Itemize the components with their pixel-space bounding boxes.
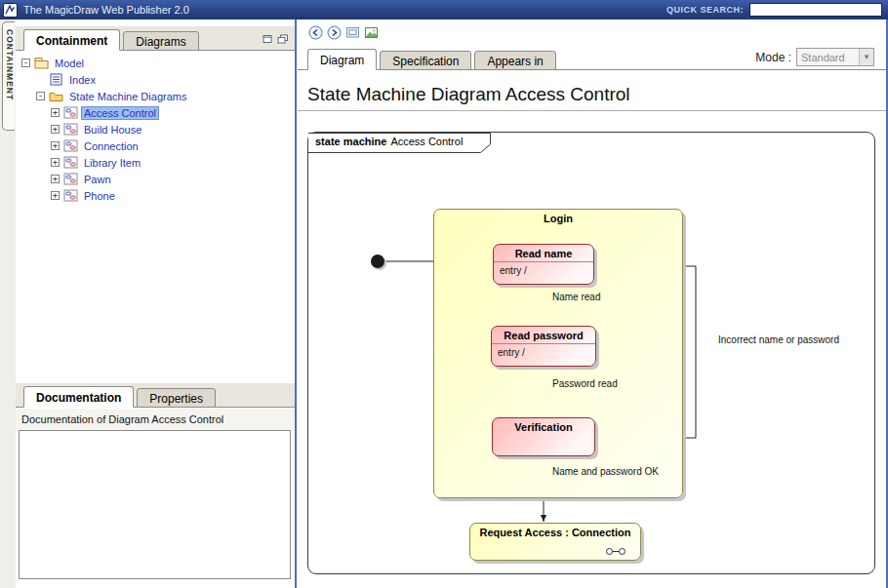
tree-item-connection[interactable]: + Connection [16, 137, 295, 154]
transition-label-name-password-ok: Name and password OK [552, 466, 659, 477]
state-title: Login [434, 210, 682, 224]
quick-search-label: QUICK SEARCH: [666, 5, 744, 15]
export-image-icon[interactable] [364, 25, 379, 40]
tab-documentation[interactable]: Documentation [23, 386, 134, 408]
transition-label-password-read: Password read [552, 378, 618, 389]
state-title: Read name [494, 245, 593, 259]
state-entry-activity: entry / [492, 344, 595, 358]
tree-item-build-house[interactable]: + Build House [16, 121, 295, 137]
containment-vertical-tab[interactable]: CONTAINMENT [2, 21, 15, 131]
mode-selected-value: Standard [797, 52, 859, 63]
frame-keyword: state machine [315, 136, 386, 147]
tree-item-library-item[interactable]: + Library Item [16, 154, 295, 171]
tree-item-index[interactable]: Index [16, 71, 295, 88]
expand-expander-icon[interactable]: + [51, 191, 60, 200]
sidebar-tab-bar: Containment Diagrams [16, 26, 295, 51]
diagram-frame: state machineAccess Control Login Read n… [307, 132, 875, 574]
state-request-access[interactable]: Request Access : Connection [469, 523, 641, 561]
fit-to-window-icon[interactable] [345, 25, 360, 40]
app-title: The MagicDraw Web Publisher 2.0 [23, 4, 189, 16]
expand-expander-icon[interactable]: + [51, 108, 60, 117]
state-machine-diagram-icon [63, 156, 78, 169]
tree-item-label[interactable]: Index [67, 74, 98, 86]
left-strip: CONTAINMENT [0, 20, 16, 588]
tree-item-model[interactable]: - Model [16, 55, 295, 71]
index-icon [49, 73, 63, 86]
state-title: Verification [493, 418, 594, 433]
tree-item-label[interactable]: Connection [82, 140, 141, 152]
expand-expander-icon[interactable]: + [51, 175, 60, 183]
tree-item-label[interactable]: State Machine Diagrams [67, 91, 188, 102]
frame-name: Access Control [390, 136, 463, 147]
magicdraw-web-publisher: The MagicDraw Web Publisher 2.0 QUICK SE… [0, 0, 888, 588]
panel-window-controls [262, 34, 295, 50]
tree-item-label[interactable]: Build House [82, 124, 143, 136]
tree-item-label[interactable]: Pawn [82, 174, 113, 185]
back-icon[interactable] [308, 25, 323, 40]
tree-item-phone[interactable]: + Phone [16, 187, 295, 204]
tab-diagram[interactable]: Diagram [307, 49, 377, 70]
documentation-header: Documentation of Diagram Access Control [16, 409, 295, 430]
heading-divider [298, 110, 886, 111]
detach-panel-icon[interactable] [277, 34, 289, 44]
state-machine-diagram-icon [63, 189, 78, 202]
collapse-expander-icon[interactable]: - [36, 92, 45, 100]
tab-containment[interactable]: Containment [23, 29, 120, 51]
main-panel: Diagram Specification Appears in Mode : … [298, 20, 886, 588]
folder-icon [49, 90, 63, 102]
state-machine-diagram-icon [63, 106, 78, 119]
diagram-toolbar [308, 25, 379, 40]
collapse-expander-icon[interactable]: - [21, 59, 30, 67]
tree-item-label[interactable]: Model [53, 58, 86, 69]
frame-name-label: state machineAccess Control [315, 136, 463, 147]
tree-item-state-machine-diagrams[interactable]: - State Machine Diagrams [16, 88, 295, 104]
expand-expander-icon[interactable]: + [51, 158, 60, 167]
submachine-icon [605, 547, 626, 556]
mode-select[interactable]: Standard ▾ [796, 48, 874, 66]
tab-diagrams[interactable]: Diagrams [123, 31, 198, 51]
containment-tree: - Model Index - State Machine Diagrams +… [16, 51, 295, 383]
magicdraw-logo [3, 3, 18, 18]
state-title: Request Access : Connection [470, 524, 640, 538]
chevron-down-icon[interactable]: ▾ [859, 49, 873, 65]
state-read-name[interactable]: Read name entry / [493, 244, 594, 285]
tree-item-pawn[interactable]: + Pawn [16, 171, 295, 187]
tree-item-access-control[interactable]: + Access Control [16, 104, 295, 121]
state-entry-activity: entry / [494, 262, 593, 276]
transition-label-name-read: Name read [552, 292, 600, 302]
initial-state-node[interactable] [371, 255, 384, 268]
forward-icon[interactable] [327, 25, 342, 40]
package-icon [34, 57, 49, 69]
documentation-tab-bar: Documentation Properties [16, 383, 295, 408]
state-verification[interactable]: Verification [492, 417, 595, 456]
state-title: Read password [492, 327, 595, 341]
header-bar: The MagicDraw Web Publisher 2.0 QUICK SE… [0, 0, 888, 20]
tree-item-label[interactable]: Phone [82, 190, 117, 202]
sidebar: Containment Diagrams - Model [16, 20, 295, 588]
expand-expander-icon[interactable]: + [51, 125, 60, 134]
page-title: State Machine Diagram Access Control [307, 84, 630, 105]
mode-group: Mode : Standard ▾ [755, 48, 886, 66]
mode-label: Mode : [755, 51, 791, 64]
state-machine-diagram-icon [63, 139, 78, 152]
tree-item-label-selected[interactable]: Access Control [82, 107, 158, 119]
state-read-password[interactable]: Read password entry / [491, 326, 596, 367]
quick-search-input[interactable] [749, 3, 882, 17]
expand-expander-icon[interactable]: + [51, 141, 60, 150]
expander-spacer [36, 75, 45, 84]
tab-appears-in[interactable]: Appears in [474, 51, 555, 70]
transition-label-incorrect: Incorrect name or password [718, 334, 839, 345]
documentation-content [19, 430, 291, 579]
main-tab-bar: Diagram Specification Appears in Mode : … [298, 46, 886, 70]
state-machine-diagram-icon [63, 173, 78, 185]
tab-properties[interactable]: Properties [137, 388, 216, 408]
splitter[interactable] [295, 20, 297, 588]
minimize-panel-icon[interactable] [262, 34, 273, 44]
state-machine-diagram-icon [63, 123, 78, 136]
tab-specification[interactable]: Specification [380, 51, 471, 70]
tree-item-label[interactable]: Library Item [82, 157, 142, 169]
